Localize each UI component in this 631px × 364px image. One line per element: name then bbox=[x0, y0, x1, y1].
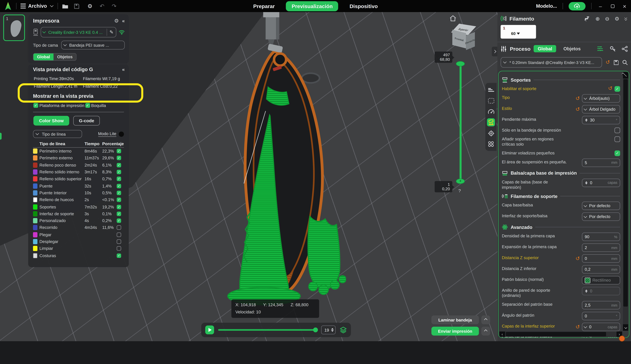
line-type-checkbox[interactable]: ✓ bbox=[117, 184, 121, 188]
setting-checkbox[interactable] bbox=[614, 128, 620, 133]
plate-thumbnail[interactable]: 1 bbox=[3, 14, 25, 41]
line-type-checkbox[interactable]: ✓ bbox=[117, 253, 121, 258]
search-preset-icon[interactable] bbox=[622, 60, 628, 65]
setting-input[interactable]: 0° bbox=[582, 312, 620, 320]
progress-slider-thumb[interactable] bbox=[313, 328, 318, 332]
printer-select[interactable]: Creality Ender-3 V3 KE 0.4 ... ✎ bbox=[41, 27, 116, 38]
filament-settings-icon[interactable]: ⚙ bbox=[614, 16, 619, 22]
line-type-filter-select[interactable]: Tipo de línea bbox=[33, 130, 82, 138]
bed-type-select[interactable]: Bandeja PEI suave ... bbox=[61, 41, 125, 50]
multi-plate-icon[interactable] bbox=[487, 140, 495, 148]
progress-slider[interactable] bbox=[218, 329, 317, 331]
line-type-checkbox[interactable]: ✓ bbox=[117, 191, 121, 195]
send-print-button[interactable]: Enviar impresión bbox=[431, 327, 479, 336]
line-type-checkbox[interactable]: ✓ bbox=[117, 212, 121, 216]
reset-preset-icon[interactable]: ↺ bbox=[606, 60, 610, 65]
layer-slider-help[interactable]: ? bbox=[458, 188, 461, 193]
tab-dispositivo[interactable]: Dispositivo bbox=[344, 1, 384, 11]
cloud-upload-button[interactable] bbox=[569, 2, 586, 10]
panel-collapse-arrow[interactable] bbox=[492, 47, 498, 56]
setting-select[interactable]: Árbol Delgado bbox=[582, 105, 620, 114]
model-list-label[interactable]: Modelo... bbox=[536, 3, 557, 9]
maximize-button[interactable] bbox=[609, 3, 616, 9]
setting-input[interactable]: 0,2mm bbox=[582, 265, 620, 274]
line-type-checkbox[interactable] bbox=[117, 226, 121, 230]
save-button[interactable] bbox=[74, 4, 82, 8]
checkbox-checked-icon[interactable]: ✓ bbox=[85, 103, 90, 108]
remove-filament-icon[interactable]: ⊖ bbox=[605, 16, 610, 22]
vertical-scrollbar-thumb[interactable] bbox=[623, 79, 628, 306]
faucet-icon[interactable] bbox=[584, 16, 590, 22]
horizontal-scrollbar-thumb[interactable] bbox=[506, 332, 606, 336]
slice-options-button[interactable] bbox=[481, 316, 490, 324]
redo-button[interactable]: ↷ bbox=[110, 3, 118, 9]
left-edge-tab[interactable] bbox=[0, 133, 2, 140]
play-button[interactable] bbox=[205, 326, 214, 334]
line-type-checkbox[interactable] bbox=[117, 239, 121, 244]
close-button[interactable]: × bbox=[621, 3, 628, 10]
layer-slider-bottom-handle[interactable]: + bbox=[456, 179, 465, 184]
bed-frame-icon[interactable] bbox=[487, 96, 495, 104]
edit-printer-icon[interactable]: ✎ bbox=[110, 30, 114, 35]
process-scope-global[interactable]: Global bbox=[534, 45, 556, 52]
preview-toggle-plataforma-de-impresion[interactable]: ✓Plataforma de impresión bbox=[34, 103, 84, 108]
color-show-button[interactable]: Color Show bbox=[34, 116, 69, 126]
lite-mode-toggle[interactable] bbox=[119, 131, 124, 136]
tab-preparar[interactable]: Preparar bbox=[248, 1, 280, 11]
view-cube[interactable]: Superior Frontal Derecha bbox=[452, 24, 476, 50]
slice-plate-button[interactable]: Laminar bandeja bbox=[431, 316, 479, 324]
view-cube-front[interactable]: Frontal bbox=[452, 30, 466, 48]
setting-input[interactable]: 2mm bbox=[582, 244, 620, 252]
notification-icon[interactable] bbox=[619, 336, 625, 342]
setting-checkbox[interactable]: ✓ bbox=[614, 150, 620, 156]
line-width-icon[interactable] bbox=[487, 86, 495, 94]
vertical-scrollbar[interactable] bbox=[623, 72, 628, 331]
setting-select[interactable]: Árbol(auto) bbox=[582, 94, 620, 102]
line-type-checkbox[interactable]: ✓ bbox=[117, 149, 121, 153]
setting-spinner[interactable]: 30° bbox=[582, 116, 620, 124]
setting-input[interactable]: 2,5mm bbox=[582, 301, 620, 310]
g-code-button[interactable]: G-code bbox=[73, 116, 100, 126]
sliced-model[interactable] bbox=[209, 44, 346, 309]
line-type-checkbox[interactable]: ✓ bbox=[117, 205, 121, 209]
reset-setting-icon[interactable]: ↺ bbox=[576, 96, 580, 101]
reset-setting-icon[interactable]: ↺ bbox=[608, 86, 612, 91]
send-options-button[interactable] bbox=[481, 327, 490, 336]
printer-scope-objetos[interactable]: Objetos bbox=[54, 54, 76, 60]
file-menu[interactable]: Archivo bbox=[20, 3, 54, 9]
line-type-checkbox[interactable]: ✓ bbox=[117, 163, 121, 167]
setting-select[interactable]: Por defecto bbox=[582, 202, 620, 210]
layer-slider-track[interactable] bbox=[460, 64, 462, 181]
line-type-checkbox[interactable]: ✓ bbox=[117, 198, 121, 202]
preview-toggle-boquilla[interactable]: ✓Boquilla bbox=[85, 103, 106, 108]
speed-gauge-icon[interactable] bbox=[487, 107, 495, 116]
param-list-icon[interactable] bbox=[597, 46, 604, 52]
step-stepper[interactable] bbox=[331, 328, 334, 332]
preset-select[interactable]: * 0.20mm Standard @Creality Ender-3 V3 K… bbox=[501, 57, 602, 68]
setting-input[interactable]: 0mm bbox=[582, 254, 620, 263]
seam-icon[interactable] bbox=[487, 129, 495, 137]
setting-input[interactable]: 90% bbox=[582, 233, 620, 241]
process-scope-objetos[interactable]: Objetos bbox=[560, 45, 585, 52]
line-type-checkbox[interactable] bbox=[117, 232, 121, 237]
setting-pattern[interactable]: Rectilíneo bbox=[582, 276, 620, 285]
setting-select[interactable]: 0capas bbox=[582, 323, 620, 331]
share-nodes-icon[interactable] bbox=[622, 46, 628, 52]
save-preset-icon[interactable] bbox=[614, 60, 619, 65]
key-icon[interactable] bbox=[610, 46, 616, 52]
stepper-icon[interactable] bbox=[585, 290, 588, 293]
line-type-checkbox[interactable]: ✓ bbox=[117, 177, 121, 181]
line-type-checkbox[interactable]: ✓ bbox=[117, 156, 121, 160]
collapse-panel-icon[interactable]: « bbox=[122, 18, 125, 24]
setting-input[interactable]: 5mm bbox=[582, 158, 620, 167]
printer-settings-icon[interactable]: ⚙ bbox=[114, 18, 119, 24]
tab-previsualizacion[interactable]: Previsualización bbox=[286, 1, 338, 11]
minimize-button[interactable]: – bbox=[597, 3, 604, 9]
checkbox-checked-icon[interactable]: ✓ bbox=[34, 103, 38, 108]
stepper-icon[interactable] bbox=[585, 118, 588, 122]
filament-slot[interactable]: 1 60 bbox=[501, 25, 536, 38]
supports-view-icon[interactable] bbox=[487, 118, 495, 126]
reset-setting-icon[interactable]: ↺ bbox=[576, 107, 580, 112]
step-input[interactable]: 19 bbox=[321, 326, 336, 334]
stepper-icon[interactable] bbox=[585, 181, 588, 184]
